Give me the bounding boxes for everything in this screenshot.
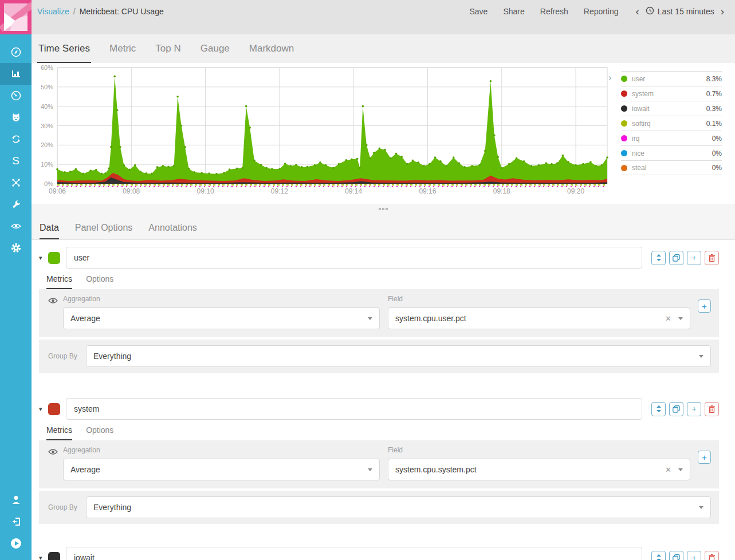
refresh-button[interactable]: Refresh	[540, 7, 568, 16]
reporting-button[interactable]: Reporting	[584, 7, 619, 16]
legend-item-nice[interactable]: nice 0%	[621, 145, 722, 160]
legend-dot-irq	[621, 135, 627, 141]
visibility-eye-icon[interactable]	[48, 446, 63, 480]
breadcrumb-visualize-link[interactable]: Visualize	[37, 7, 69, 16]
chevron-down-icon	[699, 355, 703, 358]
series-label-input[interactable]	[66, 398, 642, 420]
series-collapse-caret-icon[interactable]: ▾	[39, 554, 48, 560]
time-back-chevron-icon[interactable]: ‹	[634, 6, 641, 17]
legend-item-system[interactable]: system 0.7%	[621, 86, 722, 101]
sidebar-item-user-profile[interactable]	[0, 489, 32, 511]
aggregation-value: Average	[70, 465, 368, 474]
series-header: ▾ +	[39, 547, 719, 560]
group-by-select[interactable]: Everything	[86, 345, 711, 367]
legend-item-steal[interactable]: steal 0%	[621, 160, 722, 175]
legend-item-softirq[interactable]: softirq 0.1%	[621, 116, 722, 131]
move-series-button[interactable]	[651, 402, 666, 416]
breadcrumb: Visualize / Metricbeat: CPU Usage	[37, 5, 164, 18]
time-picker-button[interactable]: Last 15 minutes	[646, 6, 714, 17]
group-by-row: Group By Everything	[39, 340, 719, 373]
tab-panel-options[interactable]: Panel Options	[75, 223, 133, 239]
series-color-swatch[interactable]	[48, 403, 60, 415]
series-color-swatch[interactable]	[48, 552, 60, 560]
series-buttons: +	[651, 551, 719, 560]
tsvb-chart-svg[interactable]: 0%10%20%30%40%50%60%09:0609:0809:1009:12…	[32, 64, 622, 203]
legend-dot-user	[621, 76, 627, 82]
tab-metrics[interactable]: Metrics	[46, 425, 72, 440]
legend-item-irq[interactable]: irq 0%	[621, 131, 722, 145]
sidebar-item-plugin-circular[interactable]	[0, 128, 32, 150]
visibility-eye-icon[interactable]	[48, 295, 63, 329]
legend-label: nice	[632, 149, 712, 157]
tab-metric[interactable]: Metric	[108, 43, 137, 63]
field-combobox[interactable]: system.cpu.system.pct ✕	[388, 459, 690, 480]
sidebar-item-timelion[interactable]	[0, 107, 32, 128]
tab-markdown[interactable]: Markdown	[248, 43, 295, 63]
aggregation-select[interactable]: Average	[63, 459, 380, 480]
save-button[interactable]: Save	[469, 7, 488, 16]
move-series-button[interactable]	[651, 251, 666, 265]
tab-options[interactable]: Options	[86, 425, 113, 440]
legend-item-user[interactable]: user 8.3%	[621, 71, 722, 86]
sidebar-item-collapse[interactable]	[0, 533, 32, 554]
field-label: Field	[388, 446, 690, 454]
legend-dot-softirq	[621, 120, 627, 127]
delete-series-button[interactable]	[705, 402, 719, 416]
clone-series-button[interactable]	[669, 402, 683, 416]
tab-top-n[interactable]: Top N	[154, 43, 182, 63]
tab-gauge[interactable]: Gauge	[199, 43, 231, 63]
legend-item-iowait[interactable]: iowait 0.3%	[621, 101, 722, 116]
tab-options[interactable]: Options	[86, 274, 113, 289]
clear-field-icon[interactable]: ✕	[665, 466, 671, 474]
add-metric-col: +	[690, 446, 711, 480]
dev-tools-wrench-icon	[10, 199, 22, 210]
editor-tabs: Data Panel Options Annotations	[32, 214, 735, 239]
tab-metrics[interactable]: Metrics	[46, 274, 72, 289]
aggregation-select[interactable]: Average	[63, 307, 380, 329]
kibana-logo[interactable]	[0, 0, 32, 34]
series-collapse-caret-icon[interactable]: ▾	[39, 405, 48, 413]
legend-dot-system	[621, 90, 627, 97]
sidebar-item-management[interactable]	[0, 237, 32, 259]
delete-series-button[interactable]	[705, 251, 719, 265]
clear-field-icon[interactable]: ✕	[665, 314, 671, 323]
clone-series-button[interactable]	[669, 251, 683, 265]
sidebar-item-dev-tools[interactable]	[0, 194, 32, 215]
series-label-input[interactable]	[66, 547, 642, 560]
svg-text:09:10: 09:10	[197, 187, 214, 195]
add-metric-button[interactable]: +	[698, 299, 711, 313]
sidebar-item-monitoring[interactable]	[0, 215, 32, 237]
add-metric-button[interactable]: +	[698, 451, 711, 464]
sidebar-item-dashboard[interactable]	[0, 85, 32, 107]
tab-data[interactable]: Data	[40, 223, 59, 239]
field-combobox[interactable]: system.cpu.user.pct ✕	[388, 307, 690, 329]
sidebar-item-logout[interactable]	[0, 511, 32, 533]
group-by-select[interactable]: Everything	[86, 496, 711, 518]
series-color-swatch[interactable]	[48, 252, 60, 264]
add-series-button[interactable]: +	[687, 402, 701, 416]
time-forward-chevron-icon[interactable]: ›	[719, 6, 726, 17]
aggregation-label: Aggregation	[63, 446, 380, 454]
legend-collapse-chevron-icon[interactable]: ›	[608, 73, 611, 82]
sidebar-item-graph[interactable]	[0, 172, 32, 194]
tab-time-series[interactable]: Time Series	[37, 43, 91, 63]
add-series-button[interactable]: +	[687, 551, 701, 560]
add-series-button[interactable]: +	[687, 251, 701, 265]
legend-value: 0%	[712, 164, 722, 172]
series-collapse-caret-icon[interactable]: ▾	[39, 254, 48, 262]
delete-series-button[interactable]	[705, 551, 719, 560]
clone-series-button[interactable]	[669, 551, 683, 560]
sidebar-item-visualize[interactable]	[0, 63, 32, 85]
share-button[interactable]: Share	[503, 7, 524, 16]
panel-resize-handle[interactable]	[32, 204, 735, 214]
series-buttons: +	[651, 251, 719, 265]
chevron-down-icon	[678, 317, 683, 320]
move-series-button[interactable]	[651, 551, 666, 560]
sidebar-item-s-plugin[interactable]: S	[0, 150, 32, 172]
legend-value: 0%	[712, 149, 722, 157]
sidebar-item-discover[interactable]	[0, 41, 32, 63]
series-label-input[interactable]	[66, 247, 642, 269]
tab-annotations[interactable]: Annotations	[148, 223, 197, 239]
svg-text:40%: 40%	[41, 103, 53, 110]
field-value: system.cpu.system.pct	[395, 465, 665, 474]
